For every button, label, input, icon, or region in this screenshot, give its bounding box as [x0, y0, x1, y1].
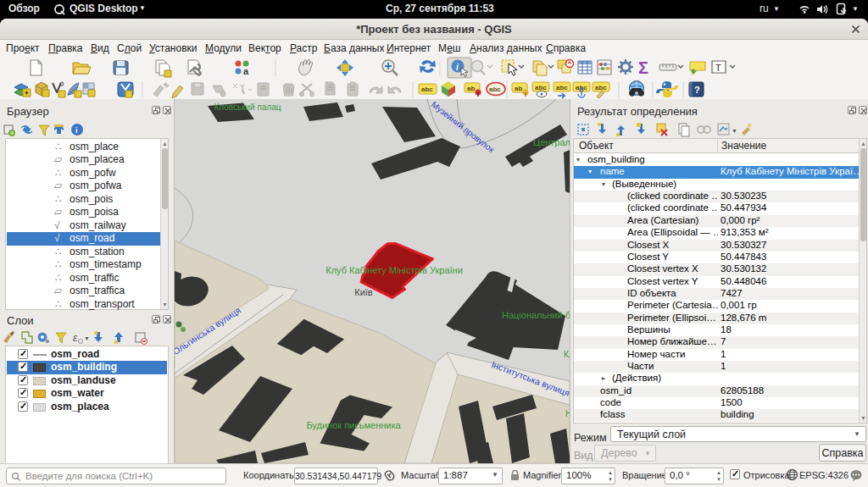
- svg-text:abc: abc: [556, 84, 568, 91]
- svg-text:Будинок письменника: Будинок письменника: [306, 420, 401, 430]
- svg-text:ab: ab: [467, 85, 475, 92]
- svg-text:?: ?: [694, 85, 700, 95]
- svg-text:Кл: Кл: [564, 350, 570, 359]
- svg-text:abc: abc: [489, 86, 501, 93]
- svg-text:abc: abc: [595, 84, 607, 91]
- svg-text:a: a: [243, 66, 249, 76]
- svg-text:Центральни: Центральни: [533, 137, 570, 147]
- svg-text:abc: abc: [421, 86, 433, 93]
- svg-text:Київ: Київ: [354, 287, 373, 297]
- svg-text:Кловський палац: Кловський палац: [214, 102, 281, 112]
- svg-text:▼: ▼: [732, 128, 737, 134]
- svg-text:i: i: [75, 126, 78, 135]
- svg-text:abc: abc: [576, 84, 587, 91]
- svg-text:Національний бан: Національний бан: [502, 310, 570, 320]
- svg-text:ε: ε: [73, 332, 78, 344]
- svg-text:T: T: [715, 63, 721, 73]
- svg-text:ab: ab: [515, 85, 522, 92]
- svg-text:abc: abc: [535, 84, 547, 91]
- svg-text:Клуб Кабінету Міністрів Україн: Клуб Кабінету Міністрів України: [326, 265, 463, 275]
- svg-text:i: i: [456, 63, 459, 72]
- svg-text:+: +: [10, 130, 14, 136]
- svg-text:Σ: Σ: [638, 58, 648, 77]
- svg-text:▼: ▼: [84, 335, 90, 341]
